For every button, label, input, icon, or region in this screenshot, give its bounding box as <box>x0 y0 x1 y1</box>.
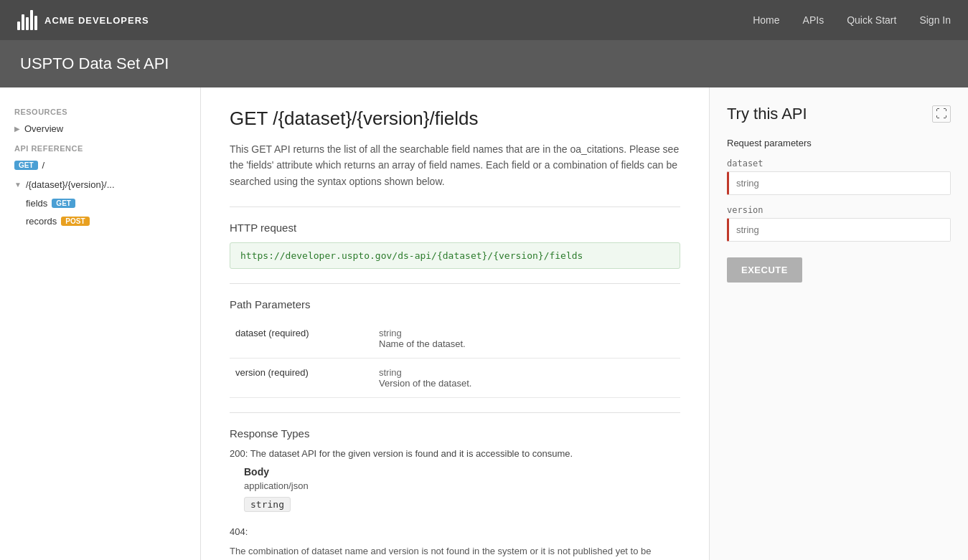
sidebar-item-slash-get[interactable]: GET / <box>0 156 200 175</box>
param-name-version: version (required) <box>230 359 373 398</box>
dataset-input[interactable] <box>727 171 951 195</box>
param-type-version: string <box>379 367 675 378</box>
main-content: GET /{dataset}/{version}/fields This GET… <box>201 87 710 560</box>
response-404-desc: The combination of dataset name and vers… <box>230 544 680 560</box>
try-panel-title: Try this API <box>727 105 807 123</box>
sidebar-item-records[interactable]: records POST <box>0 212 200 230</box>
sidebar-overview-label: Overview <box>24 123 63 134</box>
response-404-code: 404: <box>230 526 680 537</box>
params-table: dataset (required) string Name of the da… <box>230 319 680 398</box>
path-params-label: Path Parameters <box>230 298 680 310</box>
slash-label: / <box>42 160 45 171</box>
sub-header: USPTO Data Set API <box>0 40 968 87</box>
response-404-section: 404: The combination of dataset name and… <box>230 526 680 560</box>
response-types-label: Response Types <box>230 427 680 440</box>
logo-text: ACME DEVELOPERS <box>44 15 149 26</box>
chevron-right-icon: ▶ <box>14 125 20 133</box>
body-type: string <box>244 497 291 512</box>
body-label: Body <box>244 466 680 478</box>
divider-1 <box>230 207 680 207</box>
version-field: version <box>727 205 951 242</box>
records-label: records <box>26 216 57 227</box>
param-desc-version: Version of the dataset. <box>379 378 675 389</box>
dataset-field-label: dataset <box>727 158 951 169</box>
execute-button[interactable]: EXECUTE <box>727 257 802 283</box>
expand-icon[interactable]: ⛶ <box>932 105 951 123</box>
try-panel-header: Try this API ⛶ <box>727 105 951 123</box>
endpoint-url: https://developer.uspto.gov/ds-api/{data… <box>230 242 680 269</box>
page-title: USPTO Data Set API <box>20 54 948 73</box>
nav-signin[interactable]: Sign In <box>919 14 951 26</box>
records-post-badge: POST <box>61 217 89 226</box>
fields-get-badge: GET <box>52 199 75 208</box>
param-type-dataset: string <box>379 328 675 338</box>
table-row: dataset (required) string Name of the da… <box>230 319 680 359</box>
logo-icon <box>17 10 37 30</box>
sidebar-item-dataset-path[interactable]: ▼ /{dataset}/{version}/... <box>0 175 200 194</box>
dataset-path-label: /{dataset}/{version}/... <box>26 179 115 190</box>
get-badge: GET <box>14 161 38 170</box>
logo: ACME DEVELOPERS <box>17 10 753 30</box>
divider-2 <box>230 283 680 284</box>
nav-links: Home APIs Quick Start Sign In <box>753 14 951 26</box>
response-200: 200: The dataset API for the given versi… <box>230 448 680 459</box>
param-desc-dataset: Name of the dataset. <box>379 338 675 349</box>
response-body-section: Body application/json string <box>244 466 680 512</box>
divider-3 <box>230 412 680 413</box>
request-params-label: Request parameters <box>727 138 951 148</box>
http-request-label: HTTP request <box>230 222 680 234</box>
sidebar-item-overview[interactable]: ▶ Overview <box>0 119 200 138</box>
try-panel: Try this API ⛶ Request parameters datase… <box>710 87 968 560</box>
endpoint-title: GET /{dataset}/{version}/fields <box>230 108 680 130</box>
version-field-label: version <box>727 205 951 215</box>
layout: RESOURCES ▶ Overview API REFERENCE GET /… <box>0 87 968 560</box>
version-input[interactable] <box>727 218 951 242</box>
dataset-field: dataset <box>727 158 951 195</box>
content-type: application/json <box>244 480 680 491</box>
sidebar-item-fields[interactable]: fields GET <box>0 194 200 212</box>
top-nav: ACME DEVELOPERS Home APIs Quick Start Si… <box>0 0 968 40</box>
sidebar: RESOURCES ▶ Overview API REFERENCE GET /… <box>0 87 201 560</box>
api-reference-label: API REFERENCE <box>0 138 200 156</box>
endpoint-description: This GET API returns the list of all the… <box>230 141 680 189</box>
fields-label: fields <box>26 198 47 209</box>
nav-home[interactable]: Home <box>753 14 779 26</box>
resources-label: RESOURCES <box>0 102 200 119</box>
table-row: version (required) string Version of the… <box>230 359 680 398</box>
nav-quickstart[interactable]: Quick Start <box>847 14 896 26</box>
param-name-dataset: dataset (required) <box>230 319 373 359</box>
nav-apis[interactable]: APIs <box>803 14 824 26</box>
chevron-down-icon: ▼ <box>14 181 22 189</box>
